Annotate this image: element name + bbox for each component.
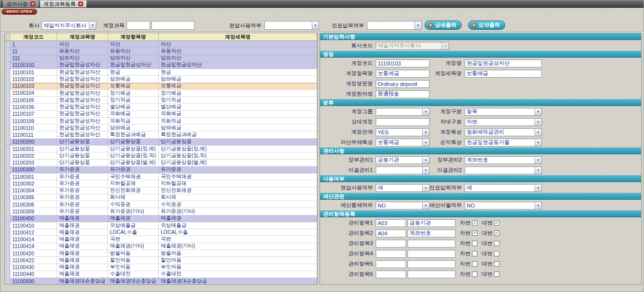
row-selector-cell[interactable] (5, 41, 10, 48)
mgmt-item4-credit-checkbox[interactable] (494, 251, 499, 256)
account-code-input[interactable] (127, 21, 150, 30)
row-selector-cell[interactable] (5, 201, 10, 208)
row-selector-cell[interactable] (5, 250, 10, 257)
table-row[interactable]: 11100309유가증권유가증권(기타)유가증권(기타) (5, 208, 317, 215)
mgmt-item6-code-input[interactable] (376, 271, 406, 278)
mgmt-item4-code-input[interactable] (376, 250, 406, 258)
row-selector-cell[interactable] (5, 194, 10, 201)
slip-entry-select[interactable]: ▼ (367, 21, 422, 30)
table-row[interactable]: 11100419매출채권매출채권(기타)매출채권(기타) (5, 243, 317, 250)
mgmt-item1-code-input[interactable] (376, 219, 406, 227)
budget-carryover-yn-select[interactable]: NO▼ (465, 202, 542, 209)
row-selector-cell[interactable] (5, 243, 10, 250)
table-row[interactable]: 11100302유가증권지하철공채지하철공채 (5, 180, 317, 187)
pending-mgmt2-select[interactable]: ▼ (465, 167, 542, 174)
table-row[interactable]: 11100414매출채권국판국판 (5, 236, 317, 243)
mgmt-item4-debit-checkbox[interactable] (472, 251, 477, 256)
row-selector-cell[interactable] (5, 236, 10, 243)
row-selector-cell[interactable] (5, 222, 10, 229)
table-row[interactable]: 11100110현금및현금성자산당좌예금당좌예금 (5, 125, 317, 131)
counter-account-field[interactable] (376, 118, 429, 126)
mgmt-item3-name-input[interactable] (408, 240, 455, 248)
table-row[interactable]: 11100111현금및현금성자산특정현금과예금특정현금과예금 (5, 131, 317, 138)
row-selector-cell[interactable] (5, 83, 10, 90)
table-row[interactable]: 11100104현금및현금성자산정기예금정기예금 (5, 90, 317, 97)
table-row[interactable]: 11100100현금및현금성자산현금및현금성자산현금및현금성자산 (5, 62, 317, 69)
row-selector-cell[interactable] (5, 229, 10, 236)
table-row[interactable]: 11100105현금및현금성자산정기적금정기적금 (5, 97, 317, 104)
field-use-select[interactable]: ▼ (264, 21, 319, 30)
mgmt-item2-credit-checkbox[interactable]: ✓ (494, 230, 499, 236)
mgmt-item2-debit-checkbox[interactable]: ✓ (472, 230, 477, 236)
table-row[interactable]: 11100400매출채권매출채권매출채권 (5, 215, 317, 222)
slip-entry-yn-select[interactable]: 예▼ (465, 184, 542, 192)
ledger-mgmt1-select[interactable]: 금융기관▼ (376, 156, 429, 164)
profit-loss-trait-select[interactable]: 현금및현금등가물▼ (465, 139, 542, 146)
mgmt-item4-name-input[interactable] (408, 250, 455, 258)
company-select[interactable]: 제일저지주식회사 ▼ (42, 21, 96, 30)
table-row[interactable]: 11유동자산유동자산유동자산 (5, 48, 317, 55)
close-icon[interactable]: × (30, 1, 35, 6)
row-selector-cell[interactable] (5, 76, 10, 83)
row-selector-cell[interactable] (5, 48, 10, 55)
mgmt-item6-debit-checkbox[interactable] (472, 271, 477, 277)
account-balance-select[interactable]: YES▼ (376, 128, 429, 136)
row-selector-cell[interactable] (5, 55, 10, 62)
mgmt-item2-code-input[interactable] (376, 229, 406, 237)
row-selector-cell[interactable] (5, 167, 10, 173)
mgmt-item5-debit-checkbox[interactable] (472, 261, 477, 267)
detail-print-button[interactable]: 상세출력 (425, 21, 462, 30)
table-row[interactable]: 11100201단기금융상품단기금융상품(정,예)단기금융상품(정,예) (5, 146, 317, 152)
mgmt-item5-name-input[interactable] (408, 260, 455, 268)
row-selector-cell[interactable] (5, 278, 10, 285)
row-selector-cell[interactable] (5, 125, 10, 131)
column-header[interactable]: 계정항목명 (108, 33, 159, 41)
row-selector-cell[interactable] (5, 97, 10, 104)
account-english-name-field[interactable] (376, 80, 429, 88)
row-selector-cell[interactable] (5, 69, 10, 76)
close-icon[interactable]: × (78, 1, 83, 6)
table-row[interactable]: 11100101현금및현금성자산현금현금 (5, 69, 317, 76)
row-selector-cell[interactable] (5, 188, 10, 194)
asset-liability-trait-select[interactable]: 보통예금▼ (376, 139, 429, 146)
account-detail-name-field[interactable] (465, 70, 542, 78)
table-row[interactable]: 11100107현금및현금성자산외화예금외화예금 (5, 111, 317, 118)
table-row[interactable]: 11100300유가증권유가증권유가증권 (5, 167, 317, 173)
table-row[interactable]: 11100304유가증권전신전화채권전신전화채권 (5, 188, 317, 194)
table-row[interactable]: 11100422매출채권할인어음할인어음 (5, 257, 317, 264)
column-header[interactable]: 계정코드 (10, 33, 57, 41)
table-row[interactable]: 11100202단기금융상품단기금융상품(정,적)단기금융상품(정,적) (5, 152, 317, 159)
row-selector-cell[interactable] (5, 173, 10, 180)
row-selector-cell[interactable] (5, 257, 10, 264)
mgmt-item5-credit-checkbox[interactable] (494, 261, 499, 267)
mgmt-item2-name-input[interactable] (408, 229, 455, 237)
table-row[interactable]: 11100301유가증권국민주택채권국민주택채권 (5, 173, 317, 180)
row-selector-cell[interactable] (5, 146, 10, 152)
row-selector-cell[interactable] (5, 180, 10, 187)
table-row[interactable]: 11100109현금및현금성자산외화적금외화적금 (5, 118, 317, 125)
row-selector-cell[interactable] (5, 131, 10, 138)
table-row[interactable]: 11100102현금및현금성자산당좌예금당좌예금 (5, 76, 317, 83)
mgmt-item5-code-input[interactable] (376, 260, 406, 268)
account-class-select[interactable]: 항목▼ (465, 108, 542, 116)
mgmt-item1-credit-checkbox[interactable]: ✓ (494, 220, 499, 226)
tab-account-registration[interactable]: 계정과목등록 × (40, 0, 86, 7)
mgmt-item1-debit-checkbox[interactable]: ✓ (472, 220, 477, 226)
pending-mgmt1-select[interactable]: ▼ (376, 167, 429, 174)
account-name-input[interactable] (151, 21, 194, 30)
row-selector-cell[interactable] (5, 264, 10, 271)
mgmt-item6-name-input[interactable] (408, 271, 455, 278)
table-row[interactable]: 11100306유가증권수익증권수익증권 (5, 201, 317, 208)
row-selector-cell[interactable] (5, 111, 10, 118)
row-selector-cell[interactable] (5, 271, 10, 278)
table-row[interactable]: 11100500매출채권대손충당금매출채권대손충당금매출채권대손충당금 (5, 278, 317, 285)
table-row[interactable]: 111당좌자산당좌자산당좌자산 (5, 55, 317, 62)
account-item-name-field[interactable] (376, 70, 429, 78)
table-row[interactable]: 11100420매출채권받을어음받을어음 (5, 250, 317, 257)
mgmt-item6-credit-checkbox[interactable] (494, 271, 499, 277)
table-row[interactable]: 1자산자산자산 (5, 41, 317, 48)
table-row[interactable]: 11100412매출채권LOCAL수출LOCAL수출 (5, 229, 317, 236)
table-row[interactable]: 11100305유가증권회사채회사채 (5, 194, 317, 201)
mgmt-item1-name-input[interactable] (408, 219, 455, 227)
tab-notice[interactable]: 공지사항 × (3, 0, 39, 7)
